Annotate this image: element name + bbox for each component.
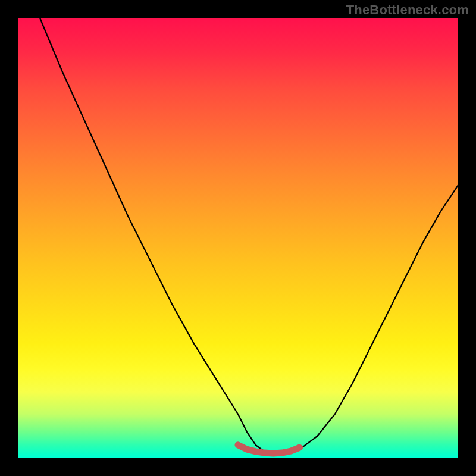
bottleneck-curve (40, 18, 458, 454)
optimal-region-highlight (238, 445, 300, 453)
chart-svg (18, 18, 458, 458)
chart-plot-area (18, 18, 458, 458)
watermark-text: TheBottleneck.com (346, 2, 469, 18)
